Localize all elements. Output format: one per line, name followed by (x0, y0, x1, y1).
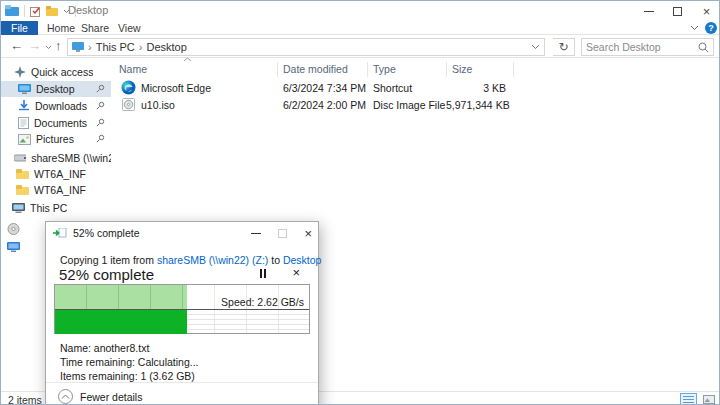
search-icon (698, 42, 709, 53)
file-date: 6/3/2024 7:34 PM (283, 82, 366, 94)
sidebar-item-desktop[interactable]: Desktop (1, 81, 111, 97)
file-size: 5,971,344 KB (446, 99, 506, 111)
tab-file[interactable]: File (1, 21, 38, 35)
cancel-copy-button[interactable]: × (292, 265, 300, 280)
up-button[interactable]: ↑ (55, 39, 62, 52)
column-divider[interactable] (277, 62, 278, 77)
breadcrumb-chevron-icon: › (139, 41, 143, 53)
pictures-icon (18, 134, 31, 145)
refresh-button[interactable]: ↻ (553, 38, 575, 56)
copy-progress-dialog: 52% complete × Copying 1 item from share… (45, 221, 319, 405)
speed-history-area (55, 285, 187, 309)
divider (24, 5, 25, 17)
tab-share[interactable]: Share (77, 21, 113, 35)
navigation-bar: ← → ↑ › This PC › Desktop ↻ (1, 36, 720, 58)
forward-button[interactable]: → (28, 39, 41, 52)
sidebar-item-pictures[interactable]: Pictures (1, 131, 111, 147)
tab-home[interactable]: Home (43, 21, 79, 35)
minimize-button[interactable] (634, 1, 663, 21)
column-divider[interactable] (513, 62, 514, 77)
sidebar-item-sharesmb[interactable]: shareSMB (\\win22) (1, 150, 111, 166)
location-desktop-icon (72, 42, 84, 52)
dialog-title: 52% complete (73, 227, 140, 239)
file-size: 3 KB (446, 82, 506, 94)
search-box[interactable] (581, 38, 714, 56)
pin-icon (96, 84, 105, 93)
column-headers: Name Date modified Type Size (111, 61, 611, 78)
file-row-microsoft-edge[interactable]: Microsoft Edge 6/3/2024 7:34 PM Shortcut… (111, 80, 611, 97)
folder-icon (16, 169, 29, 179)
disc-image-icon (122, 98, 135, 111)
dialog-minimize-button[interactable] (251, 233, 261, 234)
sidebar-item-this-pc[interactable]: This PC (1, 200, 111, 216)
address-bar[interactable]: › This PC › Desktop (67, 38, 545, 56)
sidebar-item-wt6a-inf-2[interactable]: WT6A_INF (1, 182, 111, 198)
properties-icon[interactable] (30, 6, 41, 17)
downloads-icon (18, 100, 30, 112)
quick-access-star-icon (14, 66, 26, 78)
divider (46, 382, 318, 383)
pin-icon (96, 101, 105, 110)
breadcrumb-chevron-icon: › (88, 41, 92, 53)
column-header-name[interactable]: Name (119, 63, 147, 75)
recent-locations-chevron-icon[interactable] (45, 45, 52, 50)
ribbon-tabs: File Home Share View ? (1, 21, 720, 35)
time-remaining-line: Time remaining: Calculating... (60, 356, 199, 368)
address-dropdown-chevron-icon[interactable] (531, 44, 540, 50)
sidebar-item-wt6a-inf-1[interactable]: WT6A_INF (1, 166, 111, 182)
column-divider[interactable] (367, 62, 368, 77)
title-bar: Desktop × (1, 1, 720, 21)
back-button[interactable]: ← (10, 39, 23, 52)
breadcrumb-desktop[interactable]: Desktop (146, 41, 186, 53)
sidebar-item-quick-access[interactable]: Quick access (1, 64, 111, 80)
breadcrumb-this-pc[interactable]: This PC (96, 41, 135, 53)
file-name: Microsoft Edge (141, 82, 211, 94)
window-title: Desktop (68, 4, 108, 16)
file-name: u10.iso (141, 99, 175, 111)
file-type: Shortcut (373, 82, 412, 94)
tab-view[interactable]: View (114, 21, 145, 35)
network-share-icon (14, 154, 26, 163)
column-divider[interactable] (446, 62, 447, 77)
this-pc-icon (12, 203, 25, 214)
details-view-icon (683, 395, 694, 404)
explorer-app-icon (5, 5, 19, 17)
copy-middle: to (268, 254, 283, 266)
file-type: Disc Image File (373, 99, 445, 111)
folder-icon (16, 185, 29, 195)
chevron-up-circle-icon (58, 389, 73, 404)
copy-dest-link[interactable]: Desktop (283, 254, 322, 266)
progress-track (55, 310, 309, 334)
edge-icon (121, 80, 136, 95)
documents-icon (18, 117, 29, 129)
new-folder-icon[interactable] (46, 6, 58, 16)
items-count: 2 items (8, 394, 42, 405)
help-icon[interactable]: ? (705, 22, 717, 34)
sort-ascending-icon (183, 57, 192, 62)
column-header-size[interactable]: Size (452, 63, 472, 75)
dialog-close-button[interactable]: × (304, 227, 312, 240)
fewer-details-button[interactable]: Fewer details (58, 389, 142, 404)
column-header-type[interactable]: Type (373, 63, 396, 75)
file-row-u10-iso[interactable]: u10.iso 6/2/2024 2:00 PM Disc Image File… (111, 97, 611, 114)
pin-icon (96, 134, 105, 143)
thumbnails-view-icon (703, 395, 715, 404)
file-name-line: Name: another8.txt (60, 342, 149, 354)
sidebar-item-downloads[interactable]: Downloads (1, 98, 111, 114)
explorer-window: Desktop × File Home Share View ? ← → ↑ ›… (0, 0, 720, 405)
pause-button[interactable] (260, 269, 266, 278)
copy-description: Copying 1 item from shareSMB (\\win22) (… (60, 254, 321, 266)
search-input[interactable] (586, 41, 698, 53)
copy-prefix: Copying 1 item from (60, 254, 157, 266)
dialog-maximize-button (278, 229, 287, 238)
maximize-button[interactable] (663, 1, 692, 21)
copy-source-link[interactable]: shareSMB (\\win22) (Z:) (157, 254, 268, 266)
sidebar-item-documents[interactable]: Documents (1, 115, 111, 131)
minimize-ribbon-chevron-icon[interactable] (690, 25, 699, 31)
close-button[interactable]: × (692, 1, 720, 21)
progress-heading: 52% complete (59, 266, 154, 283)
thumbnails-view-button[interactable] (700, 393, 717, 405)
progress-bar (55, 310, 187, 334)
details-view-button[interactable] (680, 393, 697, 405)
column-header-date[interactable]: Date modified (283, 63, 348, 75)
